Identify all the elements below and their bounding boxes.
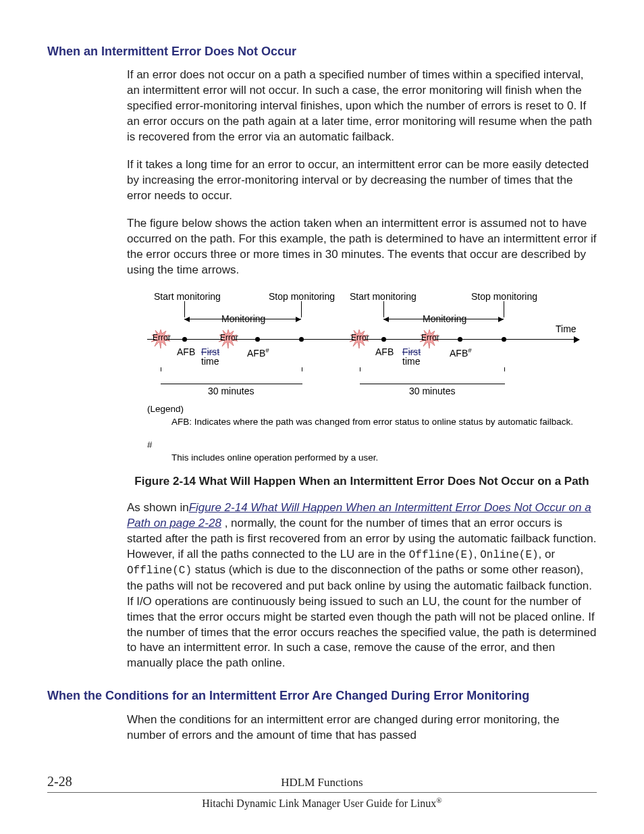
label-time: Time xyxy=(556,323,576,336)
para: If it takes a long time for an error to … xyxy=(127,157,597,204)
section-heading-2: When the Conditions for an Intermittent … xyxy=(47,687,597,704)
label-error: Error xyxy=(421,332,439,343)
figure-caption: Figure 2-14 What Will Happen When an Int… xyxy=(127,474,597,490)
label-afb: AFB xyxy=(177,346,195,359)
label-monitoring: Monitoring xyxy=(221,313,265,325)
label-start-monitoring: Start monitoring xyxy=(154,290,221,303)
para: If an error does not occur on a path a s… xyxy=(127,68,597,145)
section1-body: If an error does not occur on a path a s… xyxy=(127,68,597,671)
page-number: 2-28 xyxy=(47,773,72,791)
label-error: Error xyxy=(351,332,369,343)
code-offline-e: Offline(E) xyxy=(409,549,474,561)
label-time: time xyxy=(201,355,219,368)
label-error: Error xyxy=(153,332,171,343)
figure-legend: (Legend) AFB: Indicates where the path w… xyxy=(147,402,597,465)
text: status (which is due to the disconnectio… xyxy=(127,563,596,669)
legend-hash-body: This includes online operation performed… xyxy=(171,451,597,465)
figure-2-14: Start monitoring Stop monitoring Start m… xyxy=(147,290,597,465)
figure-diagram: Start monitoring Stop monitoring Start m… xyxy=(147,290,593,398)
page-footer: 2-28 HDLM Functions Hitachi Dynamic Link… xyxy=(47,775,597,811)
para-after-figure: As shown inFigure 2-14 What Will Happen … xyxy=(127,500,597,672)
legend-title: (Legend) xyxy=(147,402,597,416)
label-stop-monitoring: Stop monitoring xyxy=(471,290,537,303)
legend-afb: AFB: Indicates where the path was change… xyxy=(171,415,597,429)
label-afb: AFB xyxy=(375,346,394,359)
label-stop-monitoring: Stop monitoring xyxy=(269,290,335,303)
page: When an Intermittent Error Does Not Occu… xyxy=(0,0,644,744)
section2-body: When the conditions for an intermittent … xyxy=(127,712,597,744)
label-time: time xyxy=(402,355,420,368)
text: As shown in xyxy=(127,501,189,514)
footer-doc-title: Hitachi Dynamic Link Manager User Guide … xyxy=(47,796,597,811)
label-afb-hash: AFB# xyxy=(450,346,472,360)
label-afb-hash: AFB# xyxy=(247,346,269,360)
para: When the conditions for an intermittent … xyxy=(127,712,597,744)
footer-section-title: HDLM Functions xyxy=(281,776,363,789)
label-30-minutes: 30 minutes xyxy=(409,385,455,398)
label-monitoring: Monitoring xyxy=(423,313,466,325)
code-online-e: Online(E) xyxy=(480,549,538,561)
section-heading-1: When an Intermittent Error Does Not Occu… xyxy=(47,43,597,59)
label-30-minutes: 30 minutes xyxy=(208,385,254,398)
label-error: Error xyxy=(220,332,238,343)
para: The figure below shows the action taken … xyxy=(127,216,597,278)
code-offline-c: Offline(C) xyxy=(127,565,192,577)
legend-hash: # xyxy=(147,438,597,452)
